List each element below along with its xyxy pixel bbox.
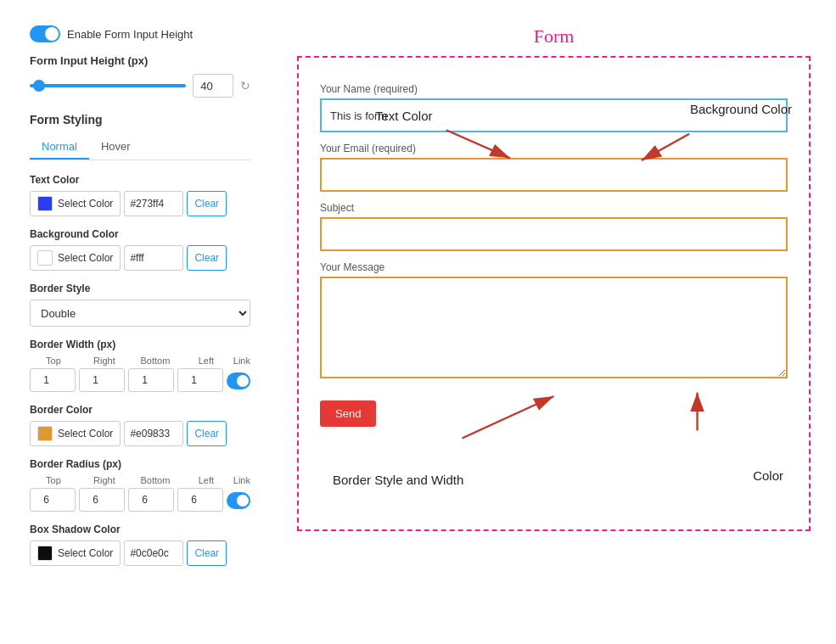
bg-color-select-btn[interactable]: Select Color: [30, 245, 121, 271]
border-color-clear-btn[interactable]: Clear: [187, 421, 227, 446]
subject-input[interactable]: [320, 217, 788, 251]
form-styling-section: Form Styling Normal Hover Text Color Sel…: [30, 113, 250, 566]
toggle-row: Enable Form Input Height: [30, 25, 250, 42]
box-shadow-swatch: [37, 546, 53, 561]
form-styling-label: Form Styling: [30, 113, 250, 126]
form-title: Form: [297, 25, 811, 48]
br-top-label: Top: [30, 475, 77, 485]
bw-bottom-label: Bottom: [132, 356, 179, 366]
border-color-value[interactable]: [124, 421, 183, 446]
settings-panel: Enable Form Input Height Form Input Heig…: [17, 17, 263, 627]
text-color-section: Text Color Select Color Clear: [30, 174, 250, 216]
box-shadow-select-btn[interactable]: Select Color: [30, 540, 121, 566]
tabs-row: Normal Hover: [30, 135, 250, 160]
border-style-label: Border Style: [30, 283, 250, 294]
text-color-select-btn[interactable]: Select Color: [30, 191, 121, 216]
bw-top-label: Top: [30, 356, 77, 366]
email-label: Your Email (required): [320, 143, 788, 154]
border-radius-link-toggle[interactable]: [227, 492, 250, 509]
box-shadow-label: Box Shadow Color: [30, 524, 250, 535]
height-label: Form Input Height (px): [30, 54, 250, 67]
bg-color-section: Background Color Select Color Clear: [30, 228, 250, 271]
border-width-inputs: [30, 368, 250, 392]
toggle-label: Enable Form Input Height: [67, 28, 193, 41]
refresh-icon[interactable]: ↻: [240, 79, 250, 92]
bg-color-label: Background Color: [30, 228, 250, 240]
box-shadow-value[interactable]: [124, 540, 183, 566]
border-color-select-btn[interactable]: Select Color: [30, 421, 121, 446]
br-link-label: Link: [233, 475, 250, 485]
border-radius-inputs: [30, 488, 250, 512]
border-width-labels: Top Right Bottom Left Link: [30, 356, 250, 366]
tab-normal[interactable]: Normal: [30, 135, 89, 160]
name-label: Your Name (required): [320, 83, 788, 95]
bw-left-label: Left: [182, 356, 230, 366]
border-width-left[interactable]: [177, 368, 223, 392]
bw-right-label: Right: [81, 356, 128, 366]
message-label: Your Message: [320, 261, 788, 273]
border-width-right[interactable]: [79, 368, 125, 392]
text-color-row: Select Color Clear: [30, 191, 250, 216]
bw-link-label: Link: [233, 356, 250, 366]
bg-color-select-label: Select Color: [58, 252, 113, 264]
border-style-select[interactable]: None Solid Dashed Dotted Double Groove R…: [30, 300, 250, 327]
email-field: Your Email (required): [320, 143, 788, 192]
border-width-section: Border Width (px) Top Right Bottom Left …: [30, 339, 250, 392]
text-color-clear-btn[interactable]: Clear: [187, 191, 227, 216]
height-slider[interactable]: [30, 84, 186, 87]
tab-hover[interactable]: Hover: [89, 135, 143, 160]
message-field: Your Message: [320, 261, 788, 382]
svg-line-3: [463, 396, 554, 438]
email-input[interactable]: [320, 158, 788, 192]
box-shadow-section: Box Shadow Color Select Color Clear: [30, 524, 250, 566]
text-color-label: Text Color: [30, 174, 250, 186]
border-radius-left[interactable]: [177, 488, 223, 512]
border-style-section: Border Style None Solid Dashed Dotted Do…: [30, 283, 250, 327]
br-bottom-label: Bottom: [132, 475, 179, 485]
bg-color-value[interactable]: [124, 245, 183, 271]
text-color-value[interactable]: [124, 191, 183, 216]
preview-panel: Form Text Color Background Color: [289, 17, 819, 627]
border-radius-labels: Top Right Bottom Left Link: [30, 475, 250, 485]
annotation-bg-color: Background Color: [690, 102, 792, 116]
border-width-link-toggle[interactable]: [227, 372, 250, 389]
bg-color-clear-btn[interactable]: Clear: [187, 245, 227, 271]
border-color-row: Select Color Clear: [30, 421, 250, 446]
border-radius-bottom[interactable]: [128, 488, 174, 512]
br-right-label: Right: [81, 475, 128, 485]
border-width-label: Border Width (px): [30, 339, 250, 350]
border-radius-right[interactable]: [79, 488, 125, 512]
enable-height-toggle[interactable]: [30, 25, 60, 42]
height-section: Form Input Height (px) ↻: [30, 54, 250, 98]
message-textarea[interactable]: [320, 277, 788, 378]
border-color-section: Border Color Select Color Clear: [30, 404, 250, 446]
bg-color-swatch: [37, 250, 53, 266]
text-color-select-label: Select Color: [58, 198, 113, 210]
border-color-label: Border Color: [30, 404, 250, 416]
border-width-top[interactable]: [30, 368, 76, 392]
subject-label: Subject: [320, 202, 788, 214]
text-color-swatch: [37, 196, 53, 211]
box-shadow-row: Select Color Clear: [30, 540, 250, 566]
border-color-select-label: Select Color: [58, 428, 113, 440]
height-row: ↻: [30, 74, 250, 98]
annotation-text-color: Text Color: [375, 109, 433, 123]
box-shadow-select-label: Select Color: [58, 547, 113, 559]
border-width-bottom[interactable]: [128, 368, 174, 392]
box-shadow-clear-btn[interactable]: Clear: [187, 540, 227, 566]
annotation-border-style: Border Style and Width: [333, 473, 463, 487]
subject-field: Subject: [320, 202, 788, 251]
annotation-color: Color: [753, 468, 783, 483]
border-radius-section: Border Radius (px) Top Right Bottom Left…: [30, 458, 250, 512]
height-input[interactable]: [193, 74, 233, 98]
border-color-swatch: [37, 426, 53, 441]
br-left-label: Left: [182, 475, 230, 485]
send-button[interactable]: Send: [320, 400, 376, 427]
border-radius-label: Border Radius (px): [30, 458, 250, 470]
border-radius-top[interactable]: [30, 488, 76, 512]
bg-color-row: Select Color Clear: [30, 245, 250, 271]
form-container: Text Color Background Color Your Name (r…: [297, 56, 811, 531]
